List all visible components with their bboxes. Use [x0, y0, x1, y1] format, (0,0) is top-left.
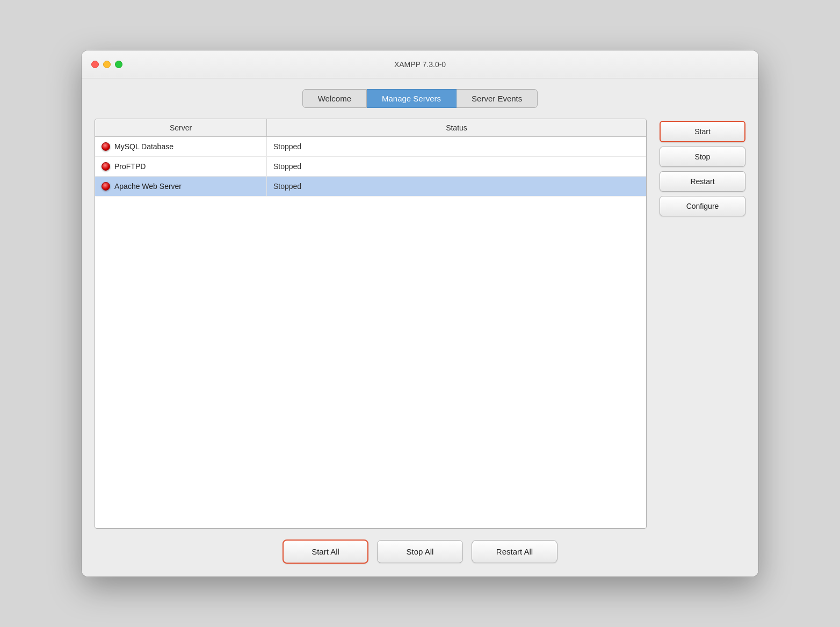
table-row[interactable]: Apache Web Server Stopped: [95, 177, 646, 196]
row-server-mysql: MySQL Database: [95, 137, 267, 156]
row-status-proftpd: Stopped: [267, 157, 646, 176]
stop-all-button[interactable]: Stop All: [377, 540, 463, 563]
column-status: Status: [267, 119, 646, 136]
stop-button[interactable]: Stop: [660, 147, 745, 167]
tab-bar: Welcome Manage Servers Server Events: [95, 89, 745, 108]
server-name-mysql: MySQL Database: [114, 142, 173, 151]
restart-button[interactable]: Restart: [660, 171, 745, 192]
table-header: Server Status: [95, 119, 646, 137]
server-name-proftpd: ProFTPD: [114, 162, 146, 171]
table-body: MySQL Database Stopped ProFTPD Stopped: [95, 137, 646, 528]
tab-welcome[interactable]: Welcome: [302, 89, 367, 108]
start-all-button[interactable]: Start All: [283, 539, 368, 564]
app-window: XAMPP 7.3.0-0 Welcome Manage Servers Ser…: [82, 50, 758, 577]
titlebar: XAMPP 7.3.0-0: [82, 50, 758, 78]
row-server-apache: Apache Web Server: [95, 177, 267, 196]
window-title: XAMPP 7.3.0-0: [394, 60, 446, 69]
restart-all-button[interactable]: Restart All: [472, 540, 557, 563]
start-button[interactable]: Start: [660, 121, 745, 142]
server-table: Server Status MySQL Database Stopped: [95, 119, 647, 529]
row-status-mysql: Stopped: [267, 137, 646, 156]
minimize-button[interactable]: [103, 61, 111, 68]
tab-manage-servers[interactable]: Manage Servers: [367, 89, 457, 108]
close-button[interactable]: [91, 61, 99, 68]
column-server: Server: [95, 119, 267, 136]
table-row[interactable]: MySQL Database Stopped: [95, 137, 646, 157]
main-area: Server Status MySQL Database Stopped: [95, 119, 745, 529]
side-buttons: Start Stop Restart Configure: [660, 119, 745, 529]
maximize-button[interactable]: [115, 61, 122, 68]
status-icon-mysql: [102, 142, 110, 151]
configure-button[interactable]: Configure: [660, 196, 745, 216]
status-icon-apache: [102, 182, 110, 191]
row-status-apache: Stopped: [267, 177, 646, 196]
window-controls: [91, 61, 122, 68]
status-icon-proftpd: [102, 162, 110, 171]
table-row[interactable]: ProFTPD Stopped: [95, 157, 646, 177]
bottom-buttons: Start All Stop All Restart All: [95, 529, 745, 564]
tab-server-events[interactable]: Server Events: [457, 89, 538, 108]
row-server-proftpd: ProFTPD: [95, 157, 267, 176]
server-name-apache: Apache Web Server: [114, 182, 182, 191]
window-content: Welcome Manage Servers Server Events Ser…: [82, 78, 758, 577]
